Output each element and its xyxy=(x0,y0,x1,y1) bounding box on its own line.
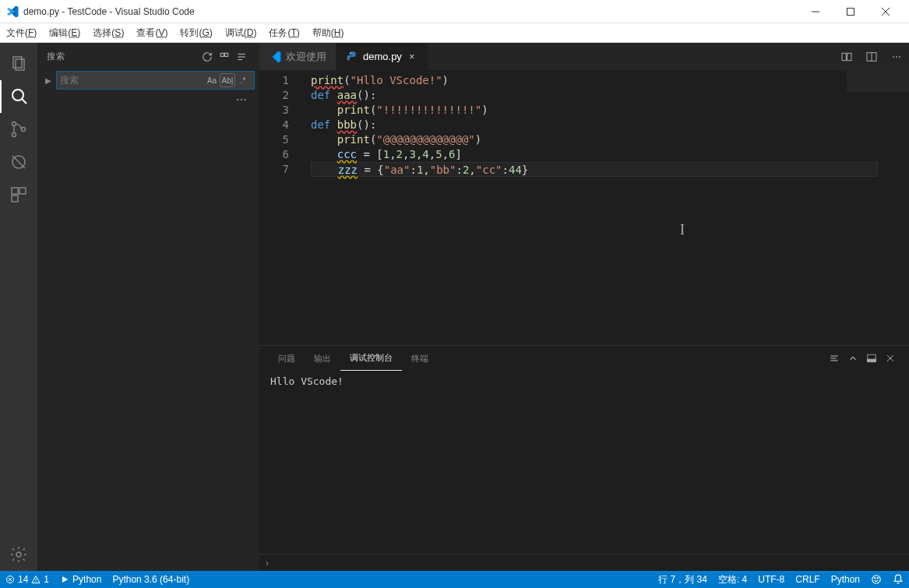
menubar: 文件(F)编辑(E)选择(S)查看(V)转到(G)调试(D)任务(T)帮助(H) xyxy=(0,23,909,43)
status-bell-icon[interactable] xyxy=(887,571,909,588)
panel-tab-output[interactable]: 输出 xyxy=(305,346,340,371)
vscode-logo-icon xyxy=(6,5,19,18)
svg-point-6 xyxy=(12,90,23,100)
svg-rect-5 xyxy=(16,59,24,70)
svg-rect-4 xyxy=(13,57,22,68)
svg-point-40 xyxy=(875,578,876,579)
svg-rect-13 xyxy=(12,188,18,194)
svg-rect-23 xyxy=(842,53,846,60)
debug-console-output[interactable]: Hllo VScode! xyxy=(259,371,909,554)
menu-任务[interactable]: 任务(T) xyxy=(262,23,305,42)
svg-point-22 xyxy=(350,52,351,53)
debug-console-input[interactable]: › xyxy=(259,554,909,571)
line-number: 5 xyxy=(259,132,289,147)
toggle-panel-icon[interactable] xyxy=(862,349,881,368)
explorer-icon[interactable] xyxy=(0,48,37,80)
editor-tabs: 欢迎使用 demo.py × ⋯ xyxy=(259,43,909,70)
status-errors[interactable]: 14 1 xyxy=(0,571,55,588)
gutter: 1234567 xyxy=(259,70,301,345)
clear-console-icon[interactable] xyxy=(825,349,844,368)
match-word-button[interactable]: Ab| xyxy=(220,73,235,87)
collapse-icon[interactable] xyxy=(216,48,233,65)
refresh-icon[interactable] xyxy=(199,48,216,65)
close-tab-icon[interactable]: × xyxy=(407,51,418,62)
svg-rect-14 xyxy=(19,188,26,194)
code-line[interactable]: print("Hllo VScode!") xyxy=(311,73,909,88)
status-feedback-icon[interactable] xyxy=(865,571,887,588)
settings-icon[interactable] xyxy=(0,538,37,571)
more-actions-icon[interactable]: ⋯ xyxy=(884,43,909,70)
prompt-icon: › xyxy=(266,558,269,569)
menu-文件[interactable]: 文件(F) xyxy=(0,23,43,42)
status-language[interactable]: Python xyxy=(826,571,865,588)
toggle-replace-icon[interactable]: ▶ xyxy=(45,76,56,85)
status-spaces[interactable]: 空格: 4 xyxy=(713,571,752,588)
chevron-up-icon[interactable] xyxy=(844,349,862,368)
statusbar: 14 1 Python Python 3.6 (64-bit) 行 7，列 34… xyxy=(0,571,909,588)
panel: 问题 输出 调试控制台 终端 Hllo VScode! › xyxy=(259,345,909,571)
menu-调试[interactable]: 调试(D) xyxy=(219,23,263,42)
panel-tab-terminal[interactable]: 终端 xyxy=(402,346,438,371)
svg-point-41 xyxy=(877,578,878,579)
titlebar: demo.py - TestCode - Visual Studio Code xyxy=(0,0,909,23)
menu-帮助[interactable]: 帮助(H) xyxy=(306,23,351,42)
editor[interactable]: 1234567 print("Hllo VScode!")def aaa(): … xyxy=(259,70,909,345)
status-eol[interactable]: CRLF xyxy=(790,571,825,588)
svg-rect-18 xyxy=(225,53,228,56)
code-line[interactable]: def aaa(): xyxy=(311,88,909,103)
window-close-button[interactable] xyxy=(868,0,903,23)
status-interpreter[interactable]: Python 3.6 (64-bit) xyxy=(107,571,195,588)
svg-line-7 xyxy=(22,99,26,104)
code-area[interactable]: print("Hllo VScode!")def aaa(): print("!… xyxy=(301,70,909,345)
debug-icon[interactable] xyxy=(0,146,37,178)
sidebar: 搜索 ▶ Aa Ab| .* ⋯ xyxy=(37,43,259,571)
close-panel-icon[interactable] xyxy=(881,349,900,368)
svg-rect-17 xyxy=(220,53,224,56)
window-maximize-button[interactable] xyxy=(833,0,868,23)
line-number: 3 xyxy=(259,103,289,118)
menu-查看[interactable]: 查看(V) xyxy=(130,23,174,42)
line-number: 7 xyxy=(259,162,289,177)
status-encoding[interactable]: UTF-8 xyxy=(752,571,790,588)
line-number: 1 xyxy=(259,73,289,88)
status-position[interactable]: 行 7，列 34 xyxy=(653,571,713,588)
tab-welcome[interactable]: 欢迎使用 xyxy=(259,43,336,70)
svg-rect-24 xyxy=(847,53,851,60)
extensions-icon[interactable] xyxy=(0,178,37,211)
window-minimize-button[interactable] xyxy=(798,0,833,23)
search-icon[interactable] xyxy=(0,80,37,113)
sidebar-title: 搜索 xyxy=(47,51,199,62)
error-icon xyxy=(5,575,15,584)
tab-demo-py[interactable]: demo.py × xyxy=(336,43,428,70)
search-box: Aa Ab| .* xyxy=(56,71,255,90)
scm-icon[interactable] xyxy=(0,113,37,146)
svg-point-39 xyxy=(872,576,881,584)
code-line[interactable]: zzz = {"aa":1,"bb":2,"cc":44} xyxy=(311,162,878,177)
match-case-button[interactable]: Aa xyxy=(204,73,220,87)
status-debug[interactable]: Python xyxy=(55,571,107,588)
panel-tab-problems[interactable]: 问题 xyxy=(269,346,305,371)
code-line[interactable]: print("@@@@@@@@@@@@@") xyxy=(311,132,909,147)
activitybar xyxy=(0,43,37,571)
minimap[interactable] xyxy=(847,70,909,345)
svg-rect-15 xyxy=(12,195,18,202)
menu-选择[interactable]: 选择(S) xyxy=(86,23,130,42)
menu-转到[interactable]: 转到(G) xyxy=(174,23,218,42)
code-line[interactable]: print("!!!!!!!!!!!!!!") xyxy=(311,103,909,118)
menu-编辑[interactable]: 编辑(E) xyxy=(43,23,86,42)
panel-tab-debug[interactable]: 调试控制台 xyxy=(340,346,402,371)
svg-point-9 xyxy=(12,133,16,137)
svg-rect-31 xyxy=(868,359,876,362)
split-editor-icon[interactable] xyxy=(859,43,884,70)
search-input[interactable] xyxy=(60,75,204,86)
clear-icon[interactable] xyxy=(233,48,250,65)
search-more-options[interactable]: ⋯ xyxy=(37,90,259,109)
regex-button[interactable]: .* xyxy=(235,73,251,87)
svg-point-16 xyxy=(16,552,21,557)
compare-icon[interactable] xyxy=(834,43,859,70)
code-line[interactable]: def bbb(): xyxy=(311,118,909,132)
code-line[interactable]: ccc = [1,2,3,4,5,6] xyxy=(311,147,909,162)
line-number: 2 xyxy=(259,88,289,103)
svg-point-8 xyxy=(12,122,16,126)
tab-label: demo.py xyxy=(363,51,402,62)
